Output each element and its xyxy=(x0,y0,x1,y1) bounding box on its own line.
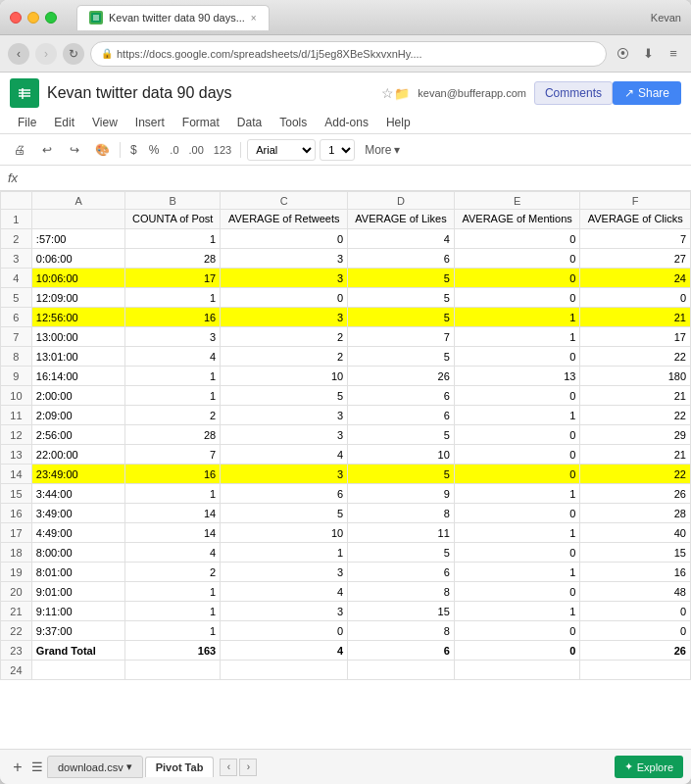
cell-c-3[interactable]: 3 xyxy=(221,249,348,269)
table-row[interactable]: 102:00:00156021 xyxy=(1,386,691,406)
col-header-b[interactable]: B xyxy=(125,192,221,210)
cell-d-4[interactable]: 5 xyxy=(348,269,455,288)
cell-c-19[interactable]: 3 xyxy=(221,563,348,582)
header-c[interactable]: AVERAGE of Retweets xyxy=(221,210,348,229)
cell-b-12[interactable]: 28 xyxy=(125,425,221,445)
cell-f-20[interactable]: 48 xyxy=(580,582,691,602)
cell-e-18[interactable]: 0 xyxy=(454,543,580,563)
cell-a-7[interactable]: 13:00:00 xyxy=(31,327,124,347)
cell-d-7[interactable]: 7 xyxy=(348,327,455,347)
cell-b-23[interactable]: 163 xyxy=(125,641,221,661)
cell-f-21[interactable]: 0 xyxy=(580,602,691,621)
cell-c-2[interactable]: 0 xyxy=(221,229,348,249)
col-header-c[interactable]: C xyxy=(221,192,348,210)
menu-format[interactable]: Format xyxy=(174,112,227,133)
cell-f-10[interactable]: 21 xyxy=(580,386,691,406)
cell-f-12[interactable]: 29 xyxy=(580,425,691,445)
table-row[interactable]: 916:14:001102613180 xyxy=(1,367,691,386)
decimal-decrease-button[interactable]: .0 xyxy=(167,142,181,158)
folder-icon[interactable]: 📁 xyxy=(394,86,410,101)
cell-a-5[interactable]: 12:09:00 xyxy=(31,288,124,308)
cell-e-12[interactable]: 0 xyxy=(454,425,580,445)
cell-b-11[interactable]: 2 xyxy=(125,406,221,425)
cell-c-20[interactable]: 4 xyxy=(221,582,348,602)
cell-e-14[interactable]: 0 xyxy=(454,465,580,484)
cell-b-10[interactable]: 1 xyxy=(125,386,221,406)
cell-d-15[interactable]: 9 xyxy=(348,484,455,504)
menu-tools[interactable]: Tools xyxy=(271,112,315,133)
cell-c-6[interactable]: 3 xyxy=(221,308,348,327)
cell-b-5[interactable]: 1 xyxy=(125,288,221,308)
cell-f-14[interactable]: 22 xyxy=(580,465,691,484)
minimize-button[interactable] xyxy=(27,12,39,24)
table-row[interactable]: 174:49:00141011140 xyxy=(1,523,691,543)
cell-b-13[interactable]: 7 xyxy=(125,445,221,465)
table-row[interactable]: 23Grand Total16346026 xyxy=(1,641,691,661)
cell-b-6[interactable]: 16 xyxy=(125,308,221,327)
cell-a-15[interactable]: 3:44:00 xyxy=(31,484,124,504)
col-header-e[interactable]: E xyxy=(454,192,580,210)
cell-d-20[interactable]: 8 xyxy=(348,582,455,602)
cell-e-17[interactable]: 1 xyxy=(454,523,580,543)
cell-b-7[interactable]: 3 xyxy=(125,327,221,347)
cell-f-2[interactable]: 7 xyxy=(580,229,691,249)
cell-c-9[interactable]: 10 xyxy=(221,367,348,386)
cell-e-15[interactable]: 1 xyxy=(454,484,580,504)
cell-f-7[interactable]: 17 xyxy=(580,327,691,347)
cell-b-17[interactable]: 14 xyxy=(125,523,221,543)
close-button[interactable] xyxy=(10,12,22,24)
cell-b-9[interactable]: 1 xyxy=(125,367,221,386)
percent-button[interactable]: % xyxy=(145,141,164,159)
sheet-nav-next[interactable]: › xyxy=(239,759,257,776)
print-button[interactable]: 🖨 xyxy=(8,138,31,162)
cell-d-21[interactable]: 15 xyxy=(348,602,455,621)
cell-f-18[interactable]: 15 xyxy=(580,543,691,563)
cell-e-22[interactable]: 0 xyxy=(454,621,580,641)
cell-a-11[interactable]: 2:09:00 xyxy=(31,406,124,425)
header-d[interactable]: AVERAGE of Likes xyxy=(348,210,455,229)
table-row[interactable]: 612:56:001635121 xyxy=(1,308,691,327)
cell-e-11[interactable]: 1 xyxy=(454,406,580,425)
cell-b-16[interactable]: 14 xyxy=(125,504,221,523)
sheet-list-button[interactable]: ☰ xyxy=(27,758,47,777)
header-e[interactable]: AVERAGE of Mentions xyxy=(454,210,580,229)
cell-d-6[interactable]: 5 xyxy=(348,308,455,327)
cell-f-23[interactable]: 26 xyxy=(580,641,691,661)
currency-button[interactable]: $ xyxy=(126,141,141,159)
comments-button[interactable]: Comments xyxy=(534,81,613,105)
cell-b-22[interactable]: 1 xyxy=(125,621,221,641)
cell-b-8[interactable]: 4 xyxy=(125,347,221,367)
cell-e-7[interactable]: 1 xyxy=(454,327,580,347)
cell-a-12[interactable]: 2:56:00 xyxy=(31,425,124,445)
font-selector[interactable]: Arial xyxy=(247,139,316,161)
cell-b-14[interactable]: 16 xyxy=(125,465,221,484)
back-button[interactable]: ‹ xyxy=(8,43,29,65)
cell-c-21[interactable]: 3 xyxy=(221,602,348,621)
cell-a-19[interactable]: 8:01:00 xyxy=(31,563,124,582)
cell-d-9[interactable]: 26 xyxy=(348,367,455,386)
cell-f-19[interactable]: 16 xyxy=(580,563,691,582)
cell-e-21[interactable]: 1 xyxy=(454,602,580,621)
cell-f-22[interactable]: 0 xyxy=(580,621,691,641)
cell-f-17[interactable]: 40 xyxy=(580,523,691,543)
forward-button[interactable]: › xyxy=(35,43,57,65)
cell-c-12[interactable]: 3 xyxy=(221,425,348,445)
table-row[interactable]: 713:00:00327117 xyxy=(1,327,691,347)
cell-a-23[interactable]: Grand Total xyxy=(31,641,124,661)
cell-d-5[interactable]: 5 xyxy=(348,288,455,308)
cell-c-14[interactable]: 3 xyxy=(221,465,348,484)
cell-d-8[interactable]: 5 xyxy=(348,347,455,367)
cell-c-11[interactable]: 3 xyxy=(221,406,348,425)
redo-button[interactable]: ↪ xyxy=(63,138,86,162)
cell-c-4[interactable]: 3 xyxy=(221,269,348,288)
cell-c-10[interactable]: 5 xyxy=(221,386,348,406)
star-icon[interactable]: ☆ xyxy=(381,85,394,101)
cell-a-21[interactable]: 9:11:00 xyxy=(31,602,124,621)
cell-e-19[interactable]: 1 xyxy=(454,563,580,582)
table-row[interactable]: 410:06:001735024 xyxy=(1,269,691,288)
cell-a-17[interactable]: 4:49:00 xyxy=(31,523,124,543)
cell-b-3[interactable]: 28 xyxy=(125,249,221,269)
cell-b-15[interactable]: 1 xyxy=(125,484,221,504)
table-row[interactable]: 219:11:00131510 xyxy=(1,602,691,621)
sheet-tab-download-csv[interactable]: download.csv ▾ xyxy=(47,756,143,778)
